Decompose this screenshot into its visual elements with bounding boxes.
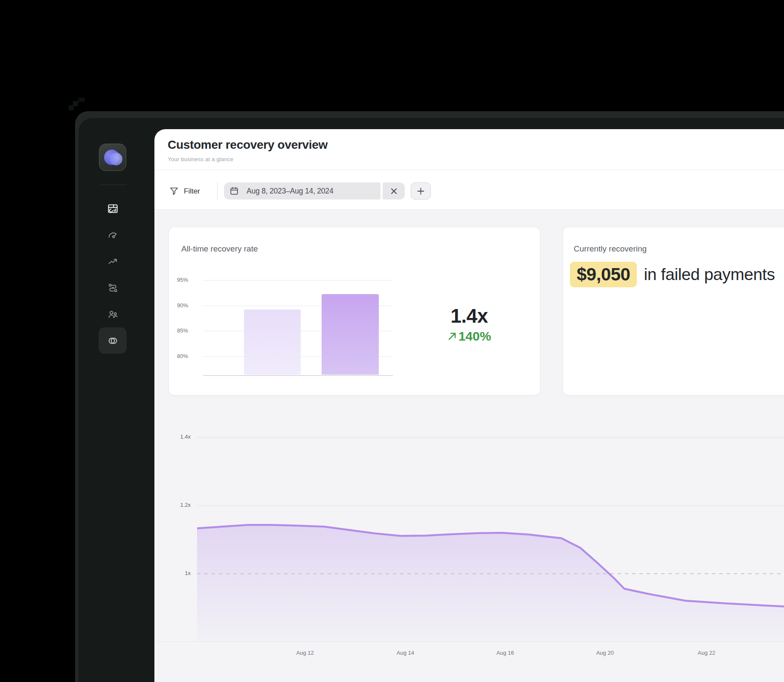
recovering-amount-suffix: in failed payments <box>644 265 775 284</box>
recovering-amount-row: $9,050 in failed payments <box>570 262 775 287</box>
brand-logo[interactable] <box>99 144 126 171</box>
trend-up-icon <box>107 256 119 267</box>
recovery-rate-card-title: All-time recovery rate <box>181 244 258 254</box>
trend-ytick-label: 1x <box>171 570 191 576</box>
header-divider <box>154 170 784 170</box>
trend-xtick-label: Aug 16 <box>486 650 524 656</box>
recovery-trend-chart <box>197 409 784 642</box>
sidebar-item-dashboard-icon[interactable] <box>99 195 127 222</box>
sidebar-item-trend-up-icon[interactable] <box>99 248 127 275</box>
calendar-icon <box>229 186 239 196</box>
sidebar-item-workflow-icon[interactable] <box>99 275 127 301</box>
mini-chart-ytick-label: 95% <box>177 277 196 283</box>
trend-chart-axis-line <box>156 642 784 642</box>
plus-icon <box>417 188 424 195</box>
arrow-up-right-icon <box>447 332 457 341</box>
currently-recovering-title: Currently recovering <box>574 244 647 254</box>
mini-chart-bar <box>322 294 379 375</box>
sidebar-divider <box>99 185 127 185</box>
sidebar-item-gauge-icon[interactable] <box>99 222 127 248</box>
sidebar-nav <box>99 195 127 354</box>
trend-xtick-label: Aug 12 <box>286 650 324 656</box>
mini-chart-gridline <box>203 280 393 280</box>
dashboard-icon <box>107 203 119 214</box>
trend-area-fill <box>197 525 784 642</box>
trend-xtick-label: Aug 22 <box>687 650 726 656</box>
trend-xtick-label: Aug 20 <box>586 650 624 656</box>
sidebar-item-users-icon[interactable] <box>99 301 127 327</box>
corner-step-decoration <box>73 101 78 106</box>
trend-xtick-label: Aug 14 <box>386 650 424 656</box>
mini-chart-ytick-label: 80% <box>177 353 196 359</box>
filter-funnel-icon[interactable] <box>169 186 179 196</box>
add-filter-button[interactable] <box>411 182 431 199</box>
venn-circles-icon <box>107 335 119 347</box>
recovery-delta-value: 140% <box>459 329 491 343</box>
recovering-amount-badge: $9,050 <box>570 262 637 287</box>
recovery-delta: 140% <box>431 329 508 344</box>
sidebar-item-venn-circles-icon[interactable] <box>99 327 127 354</box>
mini-chart-ytick-label: 85% <box>177 327 196 334</box>
page-subtitle: Your business at a glance <box>168 156 233 162</box>
app-screen: Customer recovery overview Your business… <box>0 0 784 682</box>
mini-chart-baseline <box>203 375 393 376</box>
mini-chart-bar <box>244 309 301 375</box>
filter-divider <box>217 182 218 200</box>
filter-button[interactable]: Filter <box>184 187 200 196</box>
trend-ytick-label: 1.4x <box>171 433 191 440</box>
date-range-chip[interactable]: Aug 8, 2023–Aug 14, 2024 <box>224 182 380 199</box>
logo-blob <box>110 153 122 165</box>
corner-step-decoration <box>78 98 85 102</box>
recovery-rate-mini-chart: 95%90%85%80% <box>177 275 401 379</box>
gauge-icon <box>107 229 119 241</box>
recovery-multiplier-value: 1.4x <box>431 304 508 327</box>
mini-chart-ytick-label: 90% <box>177 302 196 309</box>
date-range-value: Aug 8, 2023–Aug 14, 2024 <box>247 187 333 196</box>
date-range-clear-button[interactable] <box>383 182 405 199</box>
trend-ytick-label: 1.2x <box>171 502 191 508</box>
page-title: Customer recovery overview <box>168 138 328 152</box>
workflow-icon <box>107 282 119 294</box>
users-icon <box>107 309 119 320</box>
close-icon <box>391 188 397 194</box>
